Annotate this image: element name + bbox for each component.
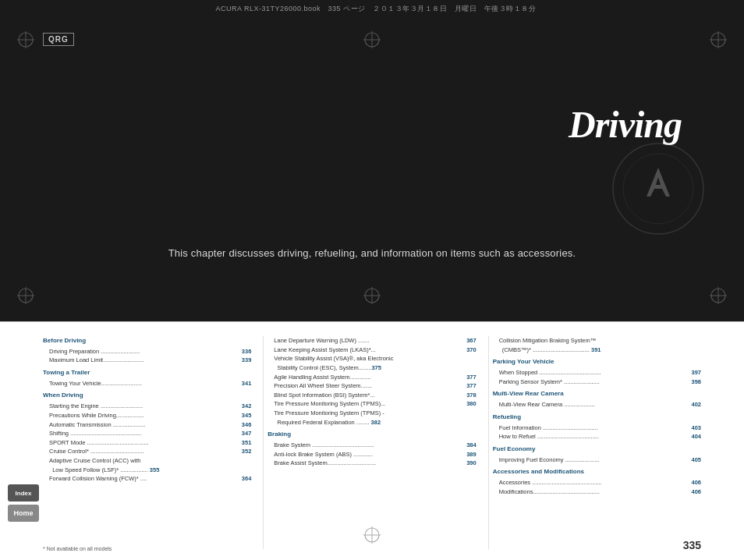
list-item: Improving Fuel Economy .................… bbox=[493, 455, 701, 465]
page-number: 335 bbox=[683, 539, 701, 551]
section-when-driving: When Driving bbox=[43, 391, 251, 401]
list-item: Agile Handling Assist System............… bbox=[267, 373, 476, 382]
section-towing: Towing a Trailer bbox=[43, 368, 251, 378]
section-rear-camera: Multi-View Rear Camera bbox=[493, 389, 701, 399]
top-bar: ACURA RLX-31TY26000.book 335 ページ ２０１３年３月… bbox=[0, 0, 744, 17]
list-item: Adaptive Cruise Control (ACC) with Low S… bbox=[43, 456, 251, 474]
toc-column-1: Before Driving Driving Preparation .....… bbox=[43, 336, 259, 549]
list-item: Anti-lock Brake System (ABS) ...........… bbox=[267, 450, 476, 459]
column-divider bbox=[488, 336, 489, 549]
section-braking: Braking bbox=[267, 430, 476, 440]
section-accessories: Accessories and Modifications bbox=[493, 467, 701, 477]
footnote: * Not available on all models bbox=[43, 546, 112, 551]
list-item: Brake Assist System.....................… bbox=[267, 459, 476, 468]
upper-left-crosshair bbox=[17, 31, 34, 51]
list-item: Modifications...........................… bbox=[493, 487, 701, 497]
list-item: Starting the Engine ....................… bbox=[43, 402, 251, 411]
upper-bottomleft-crosshair bbox=[17, 287, 34, 307]
toc-column-3: Collision Mitigation Braking System™ (CM… bbox=[493, 336, 701, 549]
crosshair-icon bbox=[17, 287, 34, 304]
column-divider bbox=[263, 336, 264, 549]
list-item: SPORT Mode .............................… bbox=[43, 438, 251, 448]
index-button[interactable]: Index bbox=[8, 484, 39, 502]
upper-bottomright-crosshair bbox=[710, 287, 727, 307]
qrg-badge: QRG bbox=[43, 33, 74, 46]
list-item: Vehicle Stability Assist (VSA)®, aka Ele… bbox=[267, 354, 476, 372]
sidebar-buttons: Index Home bbox=[8, 484, 39, 522]
crosshair-icon bbox=[363, 287, 381, 304]
list-item: Multi-View Rear Camera .................… bbox=[493, 400, 701, 409]
chapter-description: This chapter discusses driving, refuelin… bbox=[0, 247, 744, 259]
list-item: Fuel Information .......................… bbox=[493, 424, 701, 433]
crosshair-icon bbox=[363, 31, 381, 48]
home-button[interactable]: Home bbox=[8, 505, 39, 522]
section-refueling: Refueling bbox=[493, 413, 701, 423]
list-item: When Stopped ...........................… bbox=[493, 368, 701, 377]
upper-center-crosshair bbox=[363, 31, 381, 51]
list-item: Tire Pressure Monitoring System (TPMS) -… bbox=[267, 409, 476, 427]
section-parking: Parking Your Vehicle bbox=[493, 357, 701, 367]
upper-bottomcenter-crosshair bbox=[363, 287, 381, 307]
list-item: Blind Spot Information (BSI) System*... … bbox=[267, 391, 476, 400]
acura-logo-icon bbox=[611, 142, 705, 236]
crosshair-icon bbox=[710, 31, 727, 48]
page-container: ACURA RLX-31TY26000.book 335 ページ ２０１３年３月… bbox=[0, 0, 744, 560]
crosshair-icon bbox=[17, 31, 34, 48]
top-bar-text: ACURA RLX-31TY26000.book 335 ページ ２０１３年３月… bbox=[8, 4, 736, 14]
list-item: Cruise Control* ........................… bbox=[43, 447, 251, 456]
bottom-center-crosshair bbox=[363, 526, 381, 547]
list-item: Parking Sensor System* .................… bbox=[493, 377, 701, 387]
list-item: Forward Collision Warning (FCW)* .... 36… bbox=[43, 474, 251, 484]
list-item: Collision Mitigation Braking System™ (CM… bbox=[493, 336, 701, 354]
crosshair-icon bbox=[710, 287, 727, 304]
upper-right-crosshair bbox=[710, 31, 727, 51]
list-item: Shifting ...............................… bbox=[43, 429, 251, 438]
lower-section: Index Home Before Driving Driving Prepar… bbox=[0, 322, 744, 560]
list-item: Automatic Transmission .................… bbox=[43, 420, 251, 430]
upper-section: QRG bbox=[0, 17, 744, 321]
list-item: Towing Your Vehicle.....................… bbox=[43, 379, 251, 388]
list-item: Lane Keeping Assist System (LKAS)*... 37… bbox=[267, 346, 476, 355]
list-item: How to Refuel ..........................… bbox=[493, 432, 701, 441]
list-item: Precision All Wheel Steer System....... … bbox=[267, 381, 476, 391]
page-title: Driving bbox=[569, 103, 682, 146]
crosshair-icon bbox=[363, 526, 381, 544]
toc-column-2: Lane Departure Warning (LDW) ....... 367… bbox=[267, 336, 484, 549]
list-item: Tire Pressure Monitoring System (TPMS)..… bbox=[267, 399, 476, 409]
list-item: Brake System ...........................… bbox=[267, 441, 476, 450]
list-item: Maximum Load Limit......................… bbox=[43, 356, 251, 365]
list-item: Accessories ............................… bbox=[493, 478, 701, 487]
list-item: Lane Departure Warning (LDW) ....... 367 bbox=[267, 336, 476, 346]
section-fuel-economy: Fuel Economy bbox=[493, 445, 701, 455]
list-item: Precautions While Driving...............… bbox=[43, 411, 251, 420]
list-item: Driving Preparation ....................… bbox=[43, 347, 251, 356]
acura-logo bbox=[611, 142, 705, 236]
section-before-driving: Before Driving bbox=[43, 336, 251, 346]
